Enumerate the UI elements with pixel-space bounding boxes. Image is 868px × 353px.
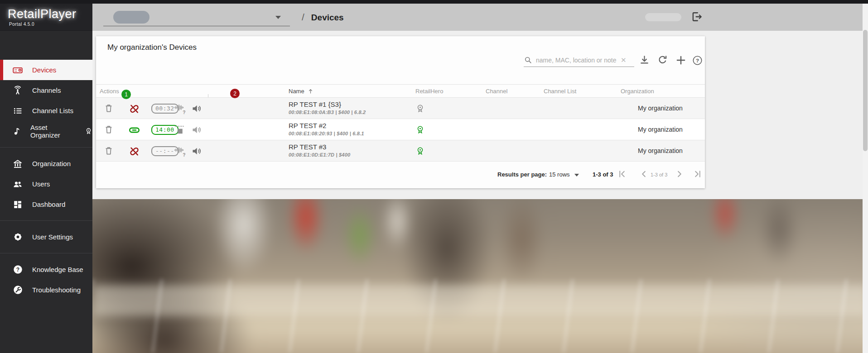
export-download-button[interactable]	[639, 54, 650, 66]
delete-device-button[interactable]	[104, 103, 114, 113]
clear-search-icon[interactable]: ✕	[621, 56, 627, 64]
results-per-page-label: Results per page:	[497, 171, 547, 178]
sidebar-item-knowledge-base[interactable]: ? Knowledge Base	[0, 259, 92, 280]
broken-link-icon	[129, 103, 140, 114]
device-name[interactable]: RP TEST #2	[289, 122, 364, 129]
breadcrumb-current: Devices	[311, 13, 344, 23]
speaker-icon[interactable]	[191, 124, 202, 135]
broadcast-antenna-icon	[12, 85, 24, 96]
scrollbar-thumb[interactable]	[863, 30, 868, 151]
organization-select-value	[113, 11, 149, 24]
svg-text:?: ?	[183, 110, 185, 114]
sidebar-item-channel-lists[interactable]: Channel Lists	[0, 100, 92, 121]
breadcrumb-separator: /	[302, 12, 304, 23]
sidebar-item-label: User Settings	[32, 233, 73, 241]
table-header-row: Actions Name RetailHero Channel Channel …	[96, 84, 705, 98]
sidebar-divider	[0, 253, 92, 253]
table-row[interactable]: 00:32 ? RP TEST #1 {S3}	[96, 98, 705, 119]
search-input[interactable]	[536, 57, 620, 64]
add-device-button[interactable]	[675, 54, 687, 66]
logout-icon	[690, 10, 703, 23]
device-name-cell: RP TEST #3 00:08:E1:0D:E1:7D | $400	[289, 143, 350, 157]
pagination-bar: Results per page: 15 rows 1-3 of 3 1-3 o…	[96, 161, 705, 188]
last-page-button[interactable]	[692, 169, 703, 179]
delete-device-button[interactable]	[104, 146, 114, 156]
table-row[interactable]: 14:00 RP TEST #2 00:08:E1:08:20:93 | $40…	[96, 119, 705, 140]
device-organization: My organization	[638, 105, 683, 112]
brand-logo: RetailPlayer Portal 4.5.0	[0, 0, 92, 31]
stop-stream-icon	[174, 124, 185, 136]
device-name[interactable]: RP TEST #3	[289, 143, 350, 151]
rows-per-page-select[interactable]: 15 rows	[549, 171, 570, 178]
trash-icon	[104, 146, 114, 156]
disconnected-icon[interactable]	[129, 103, 140, 114]
svg-text:?: ?	[696, 58, 699, 63]
gear-icon	[12, 232, 24, 242]
sidebar-item-users[interactable]: Users	[0, 174, 92, 194]
sidebar-item-organization[interactable]: Organization	[0, 153, 92, 174]
sidebar-item-asset-organizer[interactable]: Asset Organizer	[0, 121, 92, 141]
broken-link-icon	[129, 146, 140, 157]
next-page-button[interactable]	[674, 169, 685, 179]
sidebar-item-channels[interactable]: Channels	[0, 80, 92, 100]
speaker-icon	[191, 146, 202, 157]
user-name-pill	[645, 13, 681, 21]
page-scrollbar[interactable]	[863, 4, 868, 353]
chevron-down-icon[interactable]	[574, 174, 579, 176]
premium-ribbon-icon	[85, 127, 92, 135]
previous-page-button[interactable]	[639, 169, 649, 179]
sidebar-item-troubleshooting[interactable]: Troubleshooting	[0, 280, 92, 300]
sidebar-item-label: Asset Organizer	[30, 124, 72, 139]
plus-icon	[675, 54, 687, 66]
disconnected-icon[interactable]	[129, 146, 140, 157]
refresh-button[interactable]	[657, 54, 668, 66]
sidebar-item-label: Channels	[32, 86, 61, 94]
waveform-question-icon: ?	[174, 146, 185, 157]
sidebar-item-devices[interactable]: Devices	[0, 60, 92, 80]
chevron-down-icon	[275, 16, 281, 19]
sidebar-divider	[0, 147, 92, 148]
retailhero-badge-icon	[415, 146, 425, 156]
device-details: 00:08:E1:08:20:93 | $400 | 6.8.1	[289, 131, 364, 136]
device-name[interactable]: RP TEST #1 {S3}	[289, 100, 366, 108]
sidebar-item-label: Troubleshooting	[32, 286, 81, 294]
download-icon	[639, 54, 650, 66]
connected-icon[interactable]	[129, 124, 140, 136]
devices-icon	[12, 65, 24, 76]
device-organization: My organization	[638, 126, 683, 133]
column-organization[interactable]: Organization	[621, 88, 654, 95]
sidebar-item-dashboard[interactable]: Dashboard	[0, 194, 92, 215]
panel-title: My organization's Devices	[107, 43, 197, 52]
stream-status-unknown-icon[interactable]: ?	[174, 146, 185, 157]
column-retailhero[interactable]: RetailHero	[415, 88, 443, 95]
dashboard-grid-icon	[12, 200, 24, 210]
table-row[interactable]: --:-- ? RP TEST #3 00:	[96, 140, 705, 162]
sidebar-item-label: Devices	[32, 66, 56, 74]
speaker-icon[interactable]	[191, 103, 202, 114]
stream-status-unknown-icon[interactable]: ?	[174, 103, 185, 114]
first-page-button[interactable]	[617, 169, 627, 179]
device-search: ✕	[524, 53, 634, 67]
speaker-icon[interactable]	[191, 146, 202, 157]
help-button[interactable]: ?	[692, 55, 703, 66]
delete-device-button[interactable]	[104, 124, 114, 134]
trash-icon	[104, 124, 114, 134]
page-indicator: 1-3 of 3	[651, 172, 667, 177]
organization-select[interactable]	[103, 8, 290, 26]
column-channel[interactable]: Channel	[486, 88, 507, 95]
logout-button[interactable]	[690, 10, 704, 24]
breadcrumb: / Devices	[302, 12, 344, 23]
brand-subtitle: Portal 4.5.0	[9, 22, 92, 27]
floor-tile-lines	[92, 279, 868, 353]
connected-count-badge: 1	[121, 90, 131, 99]
music-note-icon	[12, 126, 22, 136]
retailhero-badge-icon	[415, 103, 425, 114]
column-channel-list[interactable]: Channel List	[544, 88, 576, 95]
sidebar-item-user-settings[interactable]: User Settings	[0, 227, 92, 247]
stop-stream-button[interactable]	[174, 124, 185, 136]
sidebar-item-label: Knowledge Base	[32, 266, 83, 273]
column-name-sort[interactable]: Name	[289, 88, 314, 95]
device-name-cell: RP TEST #1 {S3} 00:08:E1:08:0A:B3 | $400…	[289, 100, 366, 115]
device-organization: My organization	[638, 147, 683, 154]
store-background-image	[92, 199, 868, 353]
